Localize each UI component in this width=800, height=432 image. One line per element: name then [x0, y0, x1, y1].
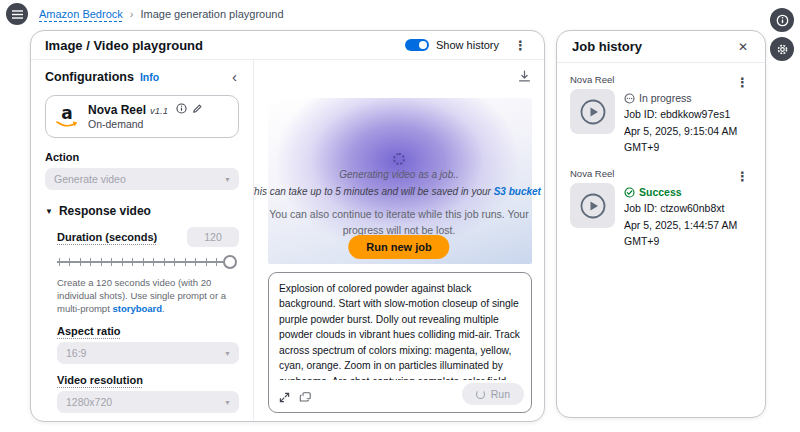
configurations-info-link[interactable]: Info	[140, 71, 159, 83]
duration-value-field: 120	[187, 227, 239, 247]
job-history-title: Job history	[572, 39, 642, 54]
prompt-input[interactable]: Explosion of colored powder against blac…	[279, 281, 521, 380]
play-icon	[580, 99, 606, 125]
job-menu-button[interactable]: ⋮	[733, 74, 752, 91]
job-id: Job ID: ebdkkow97es1	[624, 106, 752, 122]
model-edit-icon[interactable]	[192, 103, 203, 114]
info-icon	[776, 14, 789, 27]
storyboard-link[interactable]: storyboard	[112, 303, 162, 314]
download-button[interactable]	[518, 70, 531, 83]
generating-status-text: Generating video as a job..	[254, 169, 544, 180]
run-new-job-button[interactable]: Run new job	[348, 235, 449, 259]
job-date: Apr 5, 2025, 1:44:57 AM GMT+9	[624, 217, 752, 250]
top-navigation: Amazon Bedrock › Image generation playgr…	[0, 0, 800, 28]
playground-header: Image / Video playground Show history ⋮	[31, 31, 544, 60]
job-model-name: Nova Reel	[570, 168, 752, 179]
job-id: Job ID: ctzow60nb8xt	[624, 200, 752, 216]
model-version: v1.1	[150, 105, 168, 116]
help-info-button[interactable]	[770, 8, 794, 32]
model-throughput: On-demand	[88, 118, 228, 130]
in-progress-icon	[624, 93, 635, 104]
close-icon[interactable]: ✕	[736, 38, 750, 56]
duration-slider[interactable]	[57, 254, 237, 270]
breadcrumb: Amazon Bedrock › Image generation playgr…	[39, 8, 284, 20]
show-history-label: Show history	[436, 39, 499, 51]
copy-prompt-button[interactable]	[299, 391, 312, 403]
s3-bucket-link[interactable]: S3 bucket	[494, 186, 541, 197]
caret-down-icon: ▼	[224, 350, 231, 357]
expand-icon	[279, 392, 290, 403]
iterate-note-text: You can also continue to iterate while t…	[254, 206, 544, 239]
settings-button[interactable]	[770, 37, 794, 61]
job-history-item: Nova Reel ⋮ Success Job ID: ctzow60nb8xt…	[570, 168, 752, 249]
configurations-title: Configurations	[45, 70, 134, 84]
playground-menu-button[interactable]: ⋮	[511, 37, 530, 54]
playground-panel: Image / Video playground Show history ⋮ …	[30, 30, 545, 422]
job-model-name: Nova Reel	[570, 74, 752, 85]
duration-label: Duration (seconds)	[57, 231, 157, 243]
aspect-ratio-label: Aspect ratio	[57, 325, 239, 337]
video-resolution-select: 1280x720 ▼	[57, 391, 239, 413]
show-history-toggle[interactable]: Show history	[405, 39, 499, 51]
caret-down-icon: ▼	[224, 176, 231, 183]
job-status: Success	[639, 184, 682, 200]
gear-icon	[776, 43, 789, 56]
job-history-panel: Job history ✕ Nova Reel ⋮ In progress Jo…	[556, 30, 766, 418]
preview-area: Generating video as a job.. This can tak…	[254, 60, 544, 421]
copy-icon	[299, 391, 312, 403]
play-icon	[580, 193, 606, 219]
job-menu-button[interactable]: ⋮	[733, 168, 752, 185]
section-expand-icon: ▼	[45, 207, 53, 216]
job-status: In progress	[639, 90, 692, 106]
model-selector-card[interactable]: a Nova Reel v1.1 On-demand	[45, 95, 239, 138]
caret-down-icon: ▼	[224, 399, 231, 406]
duration-help-text: Create a 120 seconds video (with 20 indi…	[57, 276, 239, 315]
run-button[interactable]: Run	[462, 383, 524, 405]
prompt-container: Explosion of colored powder against blac…	[268, 272, 532, 413]
expand-prompt-button[interactable]	[279, 392, 290, 403]
generating-detail-text: This can take up to 5 minutes and will b…	[254, 186, 544, 197]
action-label: Action	[45, 151, 239, 163]
hamburger-icon	[12, 10, 23, 19]
job-date: Apr 5, 2025, 9:15:04 AM GMT+9	[624, 123, 752, 156]
job-video-thumbnail[interactable]	[570, 183, 615, 228]
breadcrumb-current-page: Image generation playground	[140, 8, 283, 20]
response-video-title: Response video	[59, 204, 151, 218]
success-icon	[624, 187, 635, 198]
collapse-panel-icon[interactable]: ‹	[230, 69, 239, 84]
page-title: Image / Video playground	[45, 38, 203, 53]
slider-handle[interactable]	[223, 255, 237, 269]
model-name: Nova Reel	[88, 103, 146, 117]
response-video-section-toggle[interactable]: ▼ Response video	[45, 204, 239, 218]
run-spinner-icon	[476, 390, 485, 399]
action-select: Generate video ▼	[45, 168, 239, 190]
toggle-switch[interactable]	[405, 39, 429, 51]
breadcrumb-amazon-bedrock[interactable]: Amazon Bedrock	[39, 8, 123, 20]
configurations-panel: Configurations Info ‹ a Nova Reel v1.1	[31, 60, 254, 421]
job-history-item: Nova Reel ⋮ In progress Job ID: ebdkkow9…	[570, 74, 752, 155]
generating-spinner-icon	[393, 153, 405, 165]
model-info-icon[interactable]	[176, 103, 187, 114]
download-icon	[518, 70, 531, 83]
amazon-logo: a	[56, 105, 78, 128]
aspect-ratio-select: 16:9 ▼	[57, 342, 239, 364]
breadcrumb-separator: ›	[130, 8, 134, 20]
job-video-thumbnail[interactable]	[570, 89, 615, 134]
hamburger-menu-button[interactable]	[6, 3, 28, 25]
video-resolution-label: Video resolution	[57, 374, 239, 386]
